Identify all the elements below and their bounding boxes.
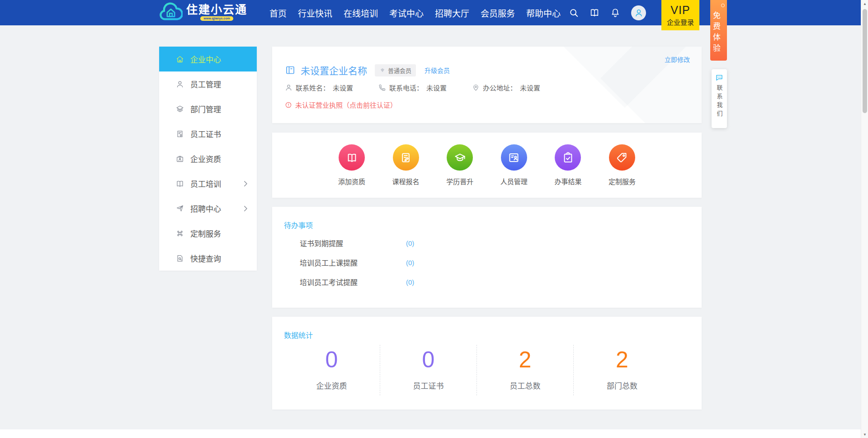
warning-icon — [285, 101, 292, 109]
avatar-person-icon — [634, 8, 644, 18]
company-name: 未设置企业名称 — [301, 63, 367, 77]
quick-action-custom-service[interactable]: 定制服务 — [609, 144, 636, 186]
action-label: 添加资质 — [338, 176, 365, 186]
user-avatar[interactable] — [631, 5, 646, 20]
todo-item-training-exam-reminder[interactable]: 培训员工考试提醒 (0) — [300, 276, 689, 287]
data-statistics-card: 数据统计 0 企业资质 0 员工证书 2 员工总数 2 部门总数 — [272, 317, 702, 409]
quick-action-add-qualification[interactable]: 添加资质 — [338, 144, 365, 186]
todo-count[interactable]: (0) — [406, 239, 414, 247]
scrollbar[interactable]: ▲ ▼ — [861, 0, 868, 438]
company-title-row: 未设置企业名称 普通会员 升级会员 — [285, 63, 450, 77]
page: 住建小云通 www.qjianys.com 首页 行业快讯 在线培训 考试中心 … — [0, 0, 868, 438]
contact-name-field: 联系姓名： 未设置 — [285, 83, 353, 92]
id-card-icon — [508, 152, 520, 164]
bell-icon[interactable] — [610, 8, 620, 18]
nav-item-member[interactable]: 会员服务 — [481, 7, 515, 19]
sidebar-item-label: 员工培训 — [190, 178, 221, 189]
diamond-icon — [379, 67, 386, 73]
action-circle — [393, 144, 419, 171]
main-nav: 首页 行业快讯 在线培训 考试中心 招聘大厅 会员服务 帮助中心 — [269, 0, 561, 25]
search-icon[interactable] — [569, 8, 579, 18]
scrollbar-up-arrow[interactable]: ▲ — [861, 0, 868, 7]
action-label: 定制服务 — [609, 176, 636, 186]
todo-item-certificate-expiry[interactable]: 证书到期提醒 (0) — [300, 238, 689, 248]
sidebar-item-custom-services[interactable]: 定制服务 — [159, 221, 257, 246]
sidebar-item-employee-certificates[interactable]: 员工证书 — [159, 121, 257, 146]
scrollbar-down-arrow[interactable]: ▼ — [861, 431, 868, 438]
sidebar-item-label: 定制服务 — [190, 228, 221, 239]
upgrade-member-link[interactable]: 升级会员 — [425, 66, 450, 75]
nav-item-jobs[interactable]: 招聘大厅 — [435, 7, 469, 19]
phone-icon — [378, 84, 386, 91]
sidebar-item-enterprise-center[interactable]: 企业中心 — [159, 47, 257, 71]
form-pencil-icon — [400, 152, 412, 164]
nav-item-news[interactable]: 行业快讯 — [298, 7, 332, 19]
brand-text: 住建小云通 www.qjianys.com — [186, 4, 247, 21]
license-warning[interactable]: 未认证营业执照（点击前往认证） — [285, 100, 397, 110]
sidebar-item-recruitment-center[interactable]: 招聘中心 — [159, 196, 257, 221]
quick-action-personnel-management[interactable]: 人员管理 — [500, 144, 528, 186]
field-label: 联系姓名： — [296, 83, 330, 92]
chat-icon — [715, 74, 723, 82]
book-icon[interactable] — [590, 8, 599, 18]
action-circle — [447, 144, 473, 171]
nav-item-help[interactable]: 帮助中心 — [526, 7, 561, 19]
field-value: 未设置 — [426, 83, 447, 92]
todo-card: 待办事项 证书到期提醒 (0) 培训员工上课提醒 (0) 培训员工考试提醒 (0… — [272, 207, 702, 308]
sidebar-menu: 企业中心 员工管理 部门管理 员工证书 企业资质 — [159, 47, 257, 271]
free-trial-tab[interactable]: 免费体验 — [710, 0, 727, 61]
sidebar-item-label: 企业中心 — [190, 53, 221, 65]
sidebar-item-employee-management[interactable]: 员工管理 — [159, 71, 257, 96]
scrollbar-thumb[interactable] — [863, 9, 867, 113]
action-label: 课程报名 — [392, 176, 420, 186]
person-icon — [285, 84, 292, 91]
quick-action-degree-promotion[interactable]: 学历晋升 — [446, 144, 473, 186]
todo-label: 证书到期提醒 — [300, 238, 406, 248]
nav-item-exam[interactable]: 考试中心 — [389, 7, 424, 19]
quick-action-service-results[interactable]: 办事结果 — [554, 144, 581, 186]
brand-logo[interactable]: 住建小云通 www.qjianys.com — [159, 2, 247, 22]
sidebar-item-enterprise-qualifications[interactable]: 企业资质 — [159, 146, 257, 171]
stat-label: 企业资质 — [283, 380, 380, 391]
clipboard-check-icon — [562, 152, 574, 164]
nav-item-home[interactable]: 首页 — [269, 7, 287, 19]
todo-count[interactable]: (0) — [406, 278, 414, 286]
brand-name: 住建小云通 — [186, 4, 247, 16]
contact-phone-field: 联系电话： 未设置 — [378, 83, 447, 92]
stat-label: 部门总数 — [574, 380, 670, 391]
stat-enterprise-qualifications: 0 企业资质 — [283, 345, 380, 395]
sidebar-item-quick-search[interactable]: 快捷查询 — [159, 246, 257, 271]
action-circle — [501, 144, 527, 171]
member-badge-label: 普通会员 — [388, 66, 411, 75]
sidebar-item-employee-training[interactable]: 员工培训 — [159, 171, 257, 196]
sidebar-item-department-management[interactable]: 部门管理 — [159, 96, 257, 121]
todo-item-training-class-reminder[interactable]: 培训员工上课提醒 (0) — [300, 257, 689, 268]
contact-us-tab[interactable]: 联系我们 — [712, 69, 727, 128]
vip-login-button[interactable]: VIP 企业登录 — [661, 0, 699, 30]
sidebar-item-label: 快捷查询 — [190, 252, 221, 264]
edit-now-link[interactable]: 立即修改 — [665, 55, 690, 64]
todo-count[interactable]: (0) — [406, 259, 414, 267]
member-badge: 普通会员 — [375, 64, 416, 76]
action-label: 学历晋升 — [446, 176, 473, 186]
company-info-card: 立即修改 未设置企业名称 普通会员 升级会员 联系姓名： 未设置 — [272, 47, 702, 123]
book-icon — [346, 152, 358, 164]
paper-plane-icon — [176, 205, 184, 213]
sidebar-item-label: 部门管理 — [190, 103, 221, 114]
office-address-field: 办公地址： 未设置 — [472, 83, 540, 92]
company-icon — [285, 65, 296, 76]
field-value: 未设置 — [333, 83, 353, 92]
brand-url-badge: www.qjianys.com — [200, 16, 233, 21]
sidebar-item-label: 企业资质 — [190, 153, 221, 164]
quick-action-course-signup[interactable]: 课程报名 — [392, 144, 420, 186]
stat-value: 2 — [477, 348, 573, 372]
action-circle — [555, 144, 581, 171]
todo-label: 培训员工考试提醒 — [300, 276, 406, 287]
top-navbar: 住建小云通 www.qjianys.com 首页 行业快讯 在线培训 考试中心 … — [0, 0, 861, 25]
field-label: 联系电话： — [389, 83, 423, 92]
stat-value: 2 — [574, 348, 670, 372]
vip-label: VIP — [670, 4, 690, 17]
nav-item-training[interactable]: 在线培训 — [344, 7, 378, 19]
chevron-right-icon — [241, 180, 250, 188]
chevron-right-icon — [241, 205, 250, 213]
